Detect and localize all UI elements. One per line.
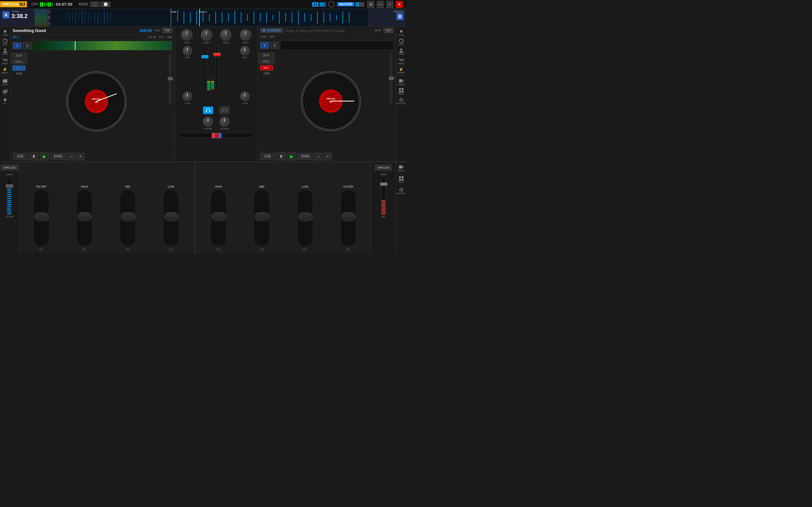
deck-b-play-btn[interactable]: ▶: [287, 153, 296, 160]
mixer-low-knob-left-ctrl[interactable]: [183, 92, 192, 101]
deck-a-pitch-thumb[interactable]: [168, 77, 173, 80]
mixer-mid-knob-right-ctrl[interactable]: [240, 46, 250, 55]
deck-a-cue-2[interactable]: 2: [23, 42, 32, 49]
eq-high-left-thumb[interactable]: [78, 212, 92, 221]
eq-mid-left-thumb[interactable]: [121, 212, 136, 221]
bottom-left-gain-thumb[interactable]: [6, 184, 13, 187]
deck-a-pitch-track[interactable]: [169, 54, 171, 105]
deck-a-cue-btn[interactable]: CUE: [13, 153, 28, 160]
deck-a-mini-waveform[interactable]: [33, 41, 172, 50]
mixer-filter-knob-right-ctrl[interactable]: [219, 117, 230, 127]
deck-b-sync-btn[interactable]: SYNC: [298, 153, 313, 160]
mode-button2[interactable]: ⬜: [101, 2, 110, 7]
eq-mid-right-thumb[interactable]: [255, 212, 269, 221]
deck-a-key-btn[interactable]: KEY: [13, 66, 26, 71]
mixer-crossfader-track[interactable]: [179, 133, 253, 138]
eq-low-left-thumb[interactable]: [164, 212, 179, 221]
deck-b-cue-2[interactable]: 2: [270, 42, 279, 49]
sidebar-item-fx[interactable]: FX: [1, 96, 9, 105]
scroll-bottom[interactable]: [48, 22, 50, 24]
bottom-left-gain-track[interactable]: [7, 176, 11, 215]
deck-a-play-btn[interactable]: ▶: [40, 153, 49, 160]
mixer-fader-track-right[interactable]: [215, 46, 218, 90]
sidebar-item-eq[interactable]: EQ: [1, 87, 9, 96]
mixer-gain-knob-right-ctrl[interactable]: [220, 29, 232, 41]
deck-b-cue-btn[interactable]: CUE: [260, 153, 275, 160]
deck-a-cue-1[interactable]: 1: [13, 42, 21, 49]
sidebar-item-wave-left[interactable]: WAVE: [1, 56, 9, 65]
mixer-crossfader-thumb[interactable]: [212, 133, 221, 138]
waveform-main[interactable]: Cue 2 Cue 1: [50, 9, 368, 26]
eq-filter-right-thumb[interactable]: [341, 212, 356, 221]
mixer-high-knob-left-ctrl[interactable]: [181, 29, 193, 41]
maximize-button[interactable]: +: [386, 1, 393, 8]
mode-button[interactable]: ⬛: [90, 2, 100, 7]
sidebar-item-files[interactable]: FILES: [1, 77, 9, 86]
bottom-right-gain-thumb[interactable]: [380, 182, 387, 186]
deck-a-pause-btn[interactable]: ⏸: [29, 153, 39, 160]
mixer-fader-track-left[interactable]: [203, 46, 206, 90]
sidebar-item-wave-right[interactable]: WAVE: [397, 56, 406, 65]
deck-a-pitch-slider[interactable]: [165, 52, 175, 151]
deck-a-turntable-area[interactable]: VIRTUAL DJ: [28, 52, 165, 151]
deck-b-pitch-slider[interactable]: [386, 51, 396, 151]
sidebar-item-loop-left[interactable]: LOOP: [1, 38, 9, 46]
deck-b-pitch-track[interactable]: [390, 54, 392, 105]
mixer-gain-knob-left-ctrl[interactable]: [201, 29, 212, 41]
settings-button[interactable]: ⚙: [367, 1, 374, 8]
deck-b-slip[interactable]: SLIP: [258, 53, 274, 58]
deck-b-turntable-area[interactable]: VIRTUAL DJ: [275, 51, 386, 151]
deck-b-mini-waveform[interactable]: [281, 41, 393, 50]
headphone-left-btn[interactable]: [203, 107, 213, 114]
deck-b-vinyl[interactable]: VINYL: [258, 59, 274, 64]
sidebar-item-master[interactable]: MASTER: [397, 96, 406, 105]
deck-b-key-btn[interactable]: KEY: [260, 65, 273, 70]
eq-low-right-thumb[interactable]: [298, 212, 313, 221]
mixer-high-knob-right-ctrl[interactable]: [240, 29, 251, 41]
deck-b-minus-btn[interactable]: −: [315, 153, 322, 160]
sidebar-item-cues-right[interactable]: CUES: [397, 28, 406, 37]
eq-filter-left-track[interactable]: [33, 189, 49, 246]
deck-a-turntable[interactable]: VIRTUAL DJ: [66, 71, 126, 131]
deck-b-turntable[interactable]: VIRTUAL DJ: [301, 71, 361, 131]
eq-low-right-track[interactable]: [297, 189, 313, 246]
sidebar-item-cues-left[interactable]: CUES: [1, 28, 9, 37]
sidebar-item-loop-right[interactable]: LOOP: [397, 38, 406, 46]
scroll-top[interactable]: [48, 11, 50, 13]
sidebar-item-video[interactable]: VIDEO: [397, 77, 406, 86]
deck-a-minus-btn[interactable]: −: [67, 153, 75, 160]
deck-b-pitch-thumb[interactable]: [389, 77, 394, 80]
deck-b-cue-1[interactable]: 1: [260, 42, 269, 49]
deck-a-sync-btn[interactable]: SYNC: [50, 153, 66, 160]
mixer-low-knob-right-ctrl[interactable]: [240, 92, 250, 101]
bottom-master-icon[interactable]: MASTER: [397, 186, 406, 195]
bottom-video-icon[interactable]: VIDEO: [397, 164, 406, 172]
eq-filter-right-track[interactable]: [340, 189, 356, 246]
master-knob[interactable]: [328, 1, 335, 8]
eq-high-right-thumb[interactable]: [212, 212, 226, 221]
deck-a-vinyl[interactable]: VINYL: [11, 59, 27, 64]
sidebar-item-user-right[interactable]: USER: [397, 47, 406, 56]
mixer-fader-thumb-right[interactable]: [213, 53, 220, 56]
sidebar-item-pads[interactable]: PADS: [397, 87, 406, 96]
deck-a-tap[interactable]: TAP: [162, 28, 172, 33]
deck-a-slip[interactable]: SLIP: [11, 53, 27, 58]
eq-mid-right-track[interactable]: [254, 189, 270, 246]
headphone-right-btn[interactable]: [219, 107, 230, 114]
deck-b-plus-btn[interactable]: +: [324, 153, 332, 160]
circles-btn-right[interactable]: CIRCLES: [375, 165, 392, 170]
bottom-right-gain-track[interactable]: [381, 176, 386, 215]
deck-b-tap[interactable]: TAP: [384, 28, 393, 33]
deck-b-pause-btn[interactable]: ⏸: [276, 153, 286, 160]
deck-a-plus-btn[interactable]: +: [77, 153, 84, 160]
minimize-button[interactable]: —: [377, 1, 384, 8]
eq-filter-left-thumb[interactable]: [34, 212, 49, 221]
circles-btn-left[interactable]: CIRCLES: [1, 165, 18, 170]
sidebar-item-smart-left[interactable]: ⚡ SMART: [1, 66, 9, 75]
close-button[interactable]: ✕: [396, 1, 403, 8]
mixer-filter-knob-left-ctrl[interactable]: [203, 117, 213, 127]
eq-low-left-track[interactable]: [163, 189, 179, 246]
mixer-fader-thumb-left[interactable]: [201, 55, 208, 58]
bottom-pads-icon[interactable]: PADS: [397, 175, 406, 184]
eq-mid-left-track[interactable]: [120, 189, 136, 246]
